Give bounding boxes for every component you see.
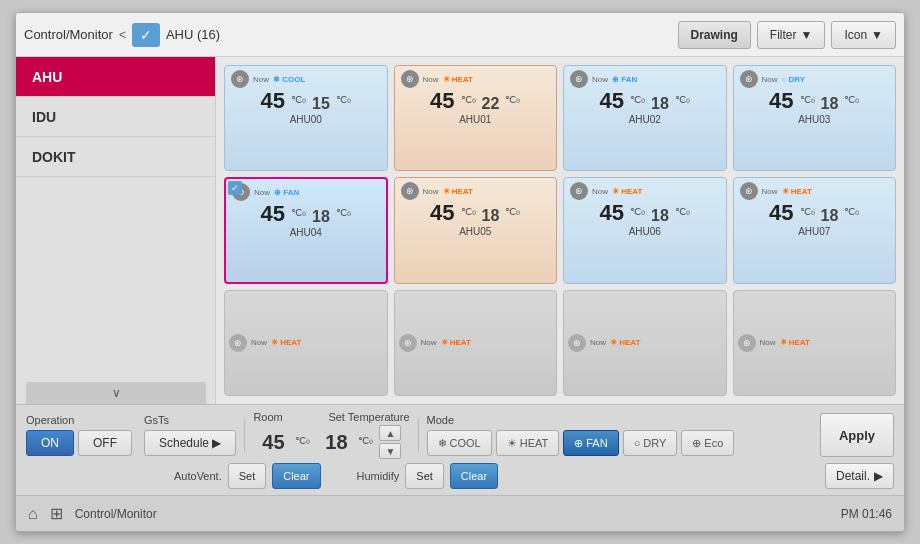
content-area: ⊛ Now ❄ COOL 45 ℃₀ 15 ℃₀ AHU00 ⊛: [216, 57, 904, 404]
ahu-card-ahu10[interactable]: ⊛ Now ☀ HEAT: [563, 290, 727, 396]
icon-button[interactable]: Icon ▼: [831, 21, 896, 49]
off-button[interactable]: OFF: [78, 430, 132, 456]
ahu-card-ahu03[interactable]: ⊛ Now ○ DRY 45 ℃₀ 18 ℃₀ AHU03: [733, 65, 897, 171]
fan-icon-ahu02: ⊛: [570, 70, 588, 88]
grid-icon[interactable]: ⊞: [50, 504, 63, 523]
control-panel: Operation ON OFF GsTs Schedule ▶ Room Se…: [16, 404, 904, 495]
apply-button[interactable]: Apply: [820, 413, 894, 457]
humidify-label: Humidify: [357, 470, 400, 482]
ahu-card-ahu08[interactable]: ⊛ Now ☀ HEAT: [224, 290, 388, 396]
footer-time: PM 01:46: [841, 507, 892, 521]
header-title: Control/Monitor: [24, 27, 113, 42]
ahu-card-ahu00[interactable]: ⊛ Now ❄ COOL 45 ℃₀ 15 ℃₀ AHU00: [224, 65, 388, 171]
ahu-card-ahu06[interactable]: ⊛ Now ☀ HEAT 45 ℃₀ 18 ℃₀ AHU06: [563, 177, 727, 283]
fan-icon-ahu08: ⊛: [229, 334, 247, 352]
fan-icon-ahu11: ⊛: [738, 334, 756, 352]
mode-dry-button[interactable]: ○ DRY: [623, 430, 678, 456]
mode-heat-button[interactable]: ☀ HEAT: [496, 430, 560, 456]
sidebar-item-ahu[interactable]: AHU: [16, 57, 215, 97]
ahu-card-ahu11[interactable]: ⊛ Now ☀ HEAT: [733, 290, 897, 396]
fan-icon-ahu05: ⊛: [401, 182, 419, 200]
temp-up-button[interactable]: ▲: [379, 425, 401, 441]
filter-button[interactable]: Filter ▼: [757, 21, 826, 49]
autovent-clear-button[interactable]: Clear: [272, 463, 320, 489]
humidify-clear-button[interactable]: Clear: [450, 463, 498, 489]
temp-down-button[interactable]: ▼: [379, 443, 401, 459]
ahu-grid: ⊛ Now ❄ COOL 45 ℃₀ 15 ℃₀ AHU00 ⊛: [216, 57, 904, 404]
operation-label: Operation: [26, 414, 132, 426]
ahu-card-ahu09[interactable]: ⊛ Now ☀ HEAT: [394, 290, 558, 396]
detail-button[interactable]: Detail. ▶: [825, 463, 894, 489]
set-temp-label: Set Temperature: [328, 411, 409, 423]
fan-icon-ahu03: ⊛: [740, 70, 758, 88]
gsts-label: GsTs: [144, 414, 236, 426]
sidebar: AHU IDU DOKIT ∨: [16, 57, 216, 404]
drawing-button[interactable]: Drawing: [678, 21, 751, 49]
ahu-card-ahu07[interactable]: ⊛ Now ☀ HEAT 45 ℃₀ 18 ℃₀ AHU07: [733, 177, 897, 283]
fan-icon-ahu06: ⊛: [570, 182, 588, 200]
header: Control/Monitor < ✓ AHU (16) Drawing Fil…: [16, 13, 904, 57]
mode-label: Mode: [427, 414, 735, 426]
footer: ⌂ ⊞ Control/Monitor PM 01:46: [16, 495, 904, 531]
humidify-set-button[interactable]: Set: [405, 463, 444, 489]
card-check-ahu04: ✓: [228, 181, 242, 195]
autovent-label: AutoVent.: [174, 470, 222, 482]
mode-fan-button[interactable]: ⊕ FAN: [563, 430, 618, 456]
ahu-card-ahu04[interactable]: ✓ ⊛ Now ⊕ FAN 45 ℃₀ 18 ℃₀ AHU04: [224, 177, 388, 283]
ahu-card-ahu05[interactable]: ⊛ Now ☀ HEAT 45 ℃₀ 18 ℃₀ AHU05: [394, 177, 558, 283]
mode-eco-button[interactable]: ⊕ Eco: [681, 430, 734, 456]
ahu-count-label: AHU (16): [166, 27, 220, 42]
set-temp-display: 18: [316, 431, 356, 454]
home-icon[interactable]: ⌂: [28, 505, 38, 523]
fan-icon-ahu09: ⊛: [399, 334, 417, 352]
room-temp-display: 45: [253, 431, 293, 454]
autovent-set-button[interactable]: Set: [228, 463, 267, 489]
mode-cool-button[interactable]: ❄ COOL: [427, 430, 492, 456]
footer-label: Control/Monitor: [75, 507, 157, 521]
fan-icon-ahu10: ⊛: [568, 334, 586, 352]
schedule-button[interactable]: Schedule ▶: [144, 430, 236, 456]
on-button[interactable]: ON: [26, 430, 74, 456]
fan-icon-ahu01: ⊛: [401, 70, 419, 88]
ahu-card-ahu01[interactable]: ⊛ Now ☀ HEAT 45 ℃₀ 22 ℃₀ AHU01: [394, 65, 558, 171]
check-button[interactable]: ✓: [132, 23, 160, 47]
collapse-handle[interactable]: ∨: [26, 382, 206, 404]
sidebar-item-idu[interactable]: IDU: [16, 97, 215, 137]
room-label: Room: [253, 411, 308, 423]
fan-icon-ahu07: ⊛: [740, 182, 758, 200]
main-body: AHU IDU DOKIT ∨ ⊛ Now ❄ COOL: [16, 57, 904, 404]
fan-icon-ahu00: ⊛: [231, 70, 249, 88]
ahu-card-ahu02[interactable]: ⊛ Now ⊕ FAN 45 ℃₀ 18 ℃₀ AHU02: [563, 65, 727, 171]
collapse-button[interactable]: <: [119, 28, 126, 42]
sidebar-item-dokit[interactable]: DOKIT: [16, 137, 215, 177]
